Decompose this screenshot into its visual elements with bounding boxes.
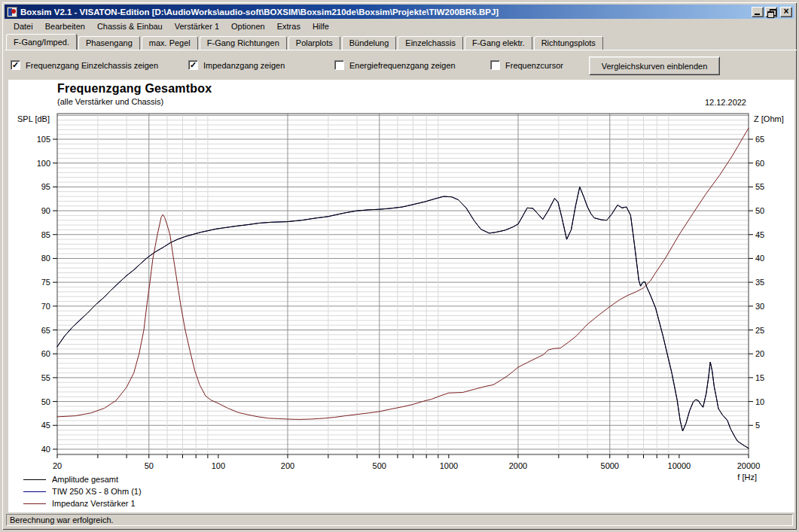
x-tick-label: 20000 xyxy=(737,461,761,470)
checkbox-box-frequenzgang-einzelchassis-zeigen[interactable]: ✓ xyxy=(11,60,20,70)
tab-einzelchassis[interactable]: Einzelchassis xyxy=(398,36,463,50)
y-right-tick-label: 5 xyxy=(755,421,760,430)
checkbox-frequenzgang-einzelchassis-zeigen[interactable]: ✓Frequenzgang Einzelchassis zeigen xyxy=(11,60,158,70)
tab-f-gang-elektr[interactable]: F-Gang elektr. xyxy=(465,36,532,50)
vergleichskurven-button[interactable]: Vergleichskurven einblenden xyxy=(589,56,720,75)
y-left-tick-label: 55 xyxy=(41,373,50,382)
checkbox-label: Frequenzgang Einzelchassis zeigen xyxy=(26,61,158,70)
tab-bundelung[interactable]: Bündelung xyxy=(342,36,397,50)
chart-panel: 4045505560657075808590951001055101520253… xyxy=(8,80,794,514)
x-tick-label: 50 xyxy=(145,461,154,470)
menu-item-chassis-einbau[interactable]: Chassis & Einbau xyxy=(91,20,169,32)
menu-item-optionen[interactable]: Optionen xyxy=(225,20,271,32)
legend-label: TIW 250 XS - 8 Ohm (1) xyxy=(52,487,142,496)
status-bar: Berechnung war erfolgreich. xyxy=(5,512,794,527)
y-left-tick-label: 45 xyxy=(41,421,50,430)
y-left-tick-label: 100 xyxy=(37,159,50,168)
legend-item-impedanz-verstarker-1: Impedanz Verstärker 1 xyxy=(23,497,142,509)
y-right-tick-label: 60 xyxy=(755,159,764,168)
menu-item-verstarker-1[interactable]: Verstärker 1 xyxy=(169,20,225,32)
y-right-axis-label: Z [Ohm] xyxy=(754,114,784,123)
y-right-tick-label: 25 xyxy=(755,326,764,335)
menu-item-bearbeiten[interactable]: Bearbeiten xyxy=(39,20,91,32)
app-window: Boxsim V2.1 - VISATON-Edition [D:\AudioW… xyxy=(0,0,799,532)
y-left-tick-label: 70 xyxy=(41,302,50,311)
y-left-tick-label: 95 xyxy=(41,182,50,191)
window-title: Boxsim V2.1 - VISATON-Edition [D:\AudioW… xyxy=(20,8,749,17)
tab-polarplots[interactable]: Polarplots xyxy=(288,36,340,50)
x-axis-label: f [Hz] xyxy=(737,473,757,482)
chart-subtitle: (alle Verstärker und Chassis) xyxy=(57,97,163,106)
legend-item-tiw-250-xs-8-ohm-1: TIW 250 XS - 8 Ohm (1) xyxy=(23,485,142,497)
y-left-tick-label: 60 xyxy=(41,349,50,358)
options-toolbar: Vergleichskurven einblenden ✓Frequenzgan… xyxy=(5,50,799,80)
x-tick-label: 200 xyxy=(281,461,294,470)
tab-f-gang-richtungen[interactable]: F-Gang Richtungen xyxy=(200,36,287,50)
app-icon[interactable] xyxy=(7,7,17,17)
menu-item-extras[interactable]: Extras xyxy=(271,20,306,32)
y-left-tick-label: 40 xyxy=(41,445,50,454)
y-left-tick-label: 80 xyxy=(41,254,50,263)
y-right-tick-label: 65 xyxy=(755,135,764,144)
y-left-tick-label: 85 xyxy=(41,230,50,239)
close-button-icon[interactable]: × xyxy=(780,7,792,17)
title-bar[interactable]: Boxsim V2.1 - VISATON-Edition [D:\AudioW… xyxy=(5,5,794,19)
chart-date: 12.12.2022 xyxy=(705,98,746,107)
legend-line-swatch xyxy=(23,503,46,504)
chart-legend: Amplitude gesamtTIW 250 XS - 8 Ohm (1)Im… xyxy=(23,473,142,509)
minimize-button-icon[interactable] xyxy=(752,7,764,17)
x-tick-label: 500 xyxy=(373,461,386,470)
restore-button-icon[interactable] xyxy=(765,7,777,17)
checkbox-frequenzcursor[interactable]: Frequenzcursor xyxy=(490,60,563,70)
y-right-tick-label: 35 xyxy=(755,278,764,287)
legend-item-amplitude-gesamt: Amplitude gesamt xyxy=(23,473,142,485)
x-tick-label: 20 xyxy=(53,461,62,470)
checkbox-box-frequenzcursor[interactable] xyxy=(490,60,500,70)
y-left-axis-label: SPL [dB] xyxy=(17,114,50,123)
tab-bar: F-Gang/Imped.Phasengangmax. PegelF-Gang … xyxy=(6,34,793,50)
tab-phasengang[interactable]: Phasengang xyxy=(78,36,140,50)
y-right-tick-label: 10 xyxy=(755,397,764,406)
x-tick-label: 5000 xyxy=(601,461,619,470)
x-tick-label: 100 xyxy=(212,461,225,470)
checkbox-label: Energiefrequenzgang zeigen xyxy=(349,61,456,70)
menu-item-datei[interactable]: Datei xyxy=(8,20,39,32)
tab-f-gang-imped[interactable]: F-Gang/Imped. xyxy=(6,34,77,50)
checkbox-label: Impedanzgang zeigen xyxy=(203,61,285,70)
y-left-tick-label: 50 xyxy=(41,397,50,406)
chart-title: Frequenzgang Gesamtbox xyxy=(57,82,212,96)
amplitude-total-curve xyxy=(57,187,749,448)
status-message: Berechnung war erfolgreich. xyxy=(6,514,793,526)
y-right-tick-label: 45 xyxy=(755,230,764,239)
y-right-tick-label: 50 xyxy=(755,206,764,215)
y-left-tick-label: 90 xyxy=(41,206,50,215)
tab-max-pegel[interactable]: max. Pegel xyxy=(142,36,198,50)
y-left-tick-label: 105 xyxy=(37,135,50,144)
window-buttons: × xyxy=(752,7,792,17)
menu-bar: DateiBearbeitenChassis & EinbauVerstärke… xyxy=(5,19,794,33)
plot-frame xyxy=(57,114,749,454)
legend-line-swatch xyxy=(23,479,46,480)
y-left-tick-label: 75 xyxy=(41,278,50,287)
legend-line-swatch xyxy=(23,491,46,492)
checkbox-box-energiefrequenzgang-zeigen[interactable] xyxy=(334,60,344,70)
menu-item-hilfe[interactable]: Hilfe xyxy=(306,20,335,32)
y-right-tick-label: 55 xyxy=(755,182,764,191)
impedance-curve xyxy=(57,128,749,419)
y-left-tick-label: 65 xyxy=(41,326,50,335)
checkbox-energiefrequenzgang-zeigen[interactable]: Energiefrequenzgang zeigen xyxy=(334,60,456,70)
x-tick-label: 2000 xyxy=(509,461,527,470)
chassis-curve xyxy=(57,187,749,448)
y-right-tick-label: 40 xyxy=(755,254,764,263)
x-tick-label: 10000 xyxy=(668,461,691,470)
x-tick-label: 1000 xyxy=(440,461,458,470)
checkbox-label: Frequenzcursor xyxy=(505,61,563,70)
legend-label: Amplitude gesamt xyxy=(52,475,118,484)
checkbox-box-impedanzgang-zeigen[interactable]: ✓ xyxy=(188,60,198,70)
tab-richtungsplots[interactable]: Richtungsplots xyxy=(534,36,603,50)
y-right-tick-label: 15 xyxy=(755,373,764,382)
checkbox-impedanzgang-zeigen[interactable]: ✓Impedanzgang zeigen xyxy=(188,60,285,70)
frequency-response-chart: 4045505560657075808590951001055101520253… xyxy=(8,80,794,514)
legend-label: Impedanz Verstärker 1 xyxy=(52,499,136,508)
y-right-tick-label: 30 xyxy=(755,302,764,311)
